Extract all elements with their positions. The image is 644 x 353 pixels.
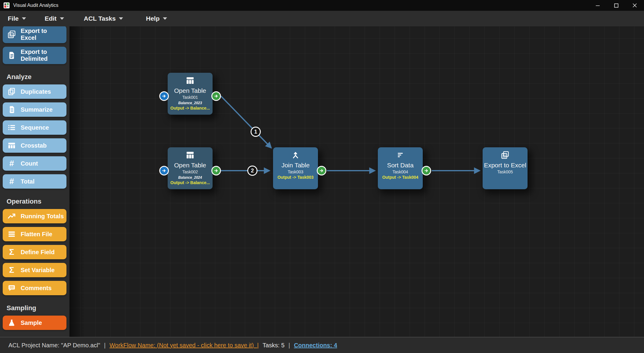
connection-order-badge[interactable]: 2 [247,166,257,176]
statusbar-separator: | [288,342,290,349]
sidebar-button-label: Define Field [21,249,54,256]
close-icon [632,3,637,8]
menu-edit[interactable]: Edit [45,15,64,22]
sidebar-button-label: Set Variable [21,267,54,274]
output-port[interactable] [422,166,431,175]
comment-bubble-icon [7,284,16,293]
sidebar-button-crosstab[interactable]: Crosstab [3,138,66,153]
node-task004-sort-data[interactable]: Sort Data Task004 Output -> Task004 [378,147,423,189]
chevron-down-icon [163,17,167,20]
duplicates-icon [7,87,16,96]
sidebar-button-label: Sequence [21,124,49,131]
node-task003-join-table[interactable]: Join Table Task003 Output -> Task003 [273,147,318,189]
workflow-name-link[interactable]: WorkFlow Name: (Not yet saved - click he… [110,342,259,349]
node-task-id: Task003 [273,169,318,174]
chevron-down-icon [22,17,26,20]
sidebar-section-sampling: Sampling [7,304,69,312]
output-port[interactable] [317,166,326,175]
connection-wires [69,26,644,337]
arrow-right-icon [162,169,166,173]
menu-acl-tasks[interactable]: ACL Tasks [84,15,123,22]
crosstab-table-icon [7,141,16,150]
node-title: Open Table [168,87,213,94]
project-name-label: ACL Project Name: "AP Demo.acl" [8,342,100,349]
arrow-right-icon [424,169,428,173]
output-port[interactable] [211,91,221,101]
sidebar-button-label: Export to Delimited [21,49,64,62]
sigma-icon: Σ [7,266,16,275]
node-task-id: Task001 [168,95,213,100]
delimited-file-icon [7,51,16,60]
maximize-icon [614,3,619,8]
node-task001-open-table[interactable]: Open Table Task001 Balance_2023 Output -… [168,73,213,115]
node-output-label: Output -> Balance... [168,180,213,185]
chevron-down-icon [60,17,64,20]
sidebar-button-export-to-excel[interactable]: Export to Excel [3,26,66,43]
minimize-button[interactable] [588,0,607,11]
close-button[interactable] [625,0,644,11]
node-output-label: Output -> Task004 [378,175,423,180]
sidebar-button-sequence[interactable]: Sequence [3,120,66,135]
sidebar-button-summarize[interactable]: Summarize [3,102,66,117]
menu-help[interactable]: Help [146,15,167,22]
node-source-table: Balance_2024 [168,175,213,180]
node-output-label: Output -> Task003 [273,175,318,180]
arrow-right-icon [214,169,218,173]
sidebar-button-label: Running Totals [21,213,64,220]
node-task002-open-table[interactable]: Open Table Task002 Balance_2024 Output -… [168,147,213,189]
chevron-down-icon [119,17,123,20]
menu-acl-tasks-label: ACL Tasks [84,15,116,22]
flatten-bars-icon [7,230,16,239]
node-task-id: Task005 [483,169,528,174]
sidebar-button-label: Total [21,178,34,185]
sidebar-button-running-totals[interactable]: Running Totals [3,209,66,223]
sidebar-button-label: Duplicates [21,88,51,95]
app-logo-icon [4,2,10,8]
sidebar-button-count[interactable]: # Count [3,156,66,171]
node-task005-export-to-excel[interactable]: Export to Excel Task005 [483,147,528,189]
sidebar-button-comments[interactable]: Comments [3,281,66,295]
window-title: Visual Audit Analytics [13,3,58,8]
node-title: Sort Data [378,162,423,169]
tasks-count-label: Tasks: 5 [263,342,284,349]
sidebar-button-total[interactable]: # Total [3,174,66,189]
sidebar-button-label: Export to Excel [21,28,64,41]
menu-file-label: File [8,15,19,22]
minimize-icon [595,3,600,8]
input-port[interactable] [159,91,169,101]
node-title: Join Table [273,162,318,169]
sidebar-button-export-to-delimited[interactable]: Export to Delimited [3,47,66,64]
spreadsheet-copy-icon [483,151,528,159]
hash-icon: # [7,159,16,168]
table-icon [168,151,213,159]
node-title: Open Table [168,162,213,169]
menu-file[interactable]: File [8,15,26,22]
sidebar-button-sample[interactable]: Sample [3,316,66,330]
sidebar-button-duplicates[interactable]: Duplicates [3,84,66,99]
merge-icon [273,151,318,159]
connection-order-badge[interactable]: 1 [251,127,261,137]
menu-edit-label: Edit [45,15,57,22]
statusbar-separator: | [104,342,106,349]
input-port[interactable] [159,166,169,175]
connection-task001-task003[interactable] [221,96,271,148]
arrow-right-icon [214,94,218,98]
table-icon [168,76,213,85]
maximize-button[interactable] [607,0,625,11]
node-output-label: Output -> Balance... [168,106,213,110]
workflow-canvas[interactable]: 1 2 Open Table Task001 Balance_2023 Outp… [69,26,644,337]
sidebar-button-define-field[interactable]: Σ Define Field [3,245,66,259]
sidebar: Export to Excel Export to Delimited Anal… [0,26,69,337]
sidebar-button-set-variable[interactable]: Σ Set Variable [3,263,66,277]
node-task-id: Task002 [168,169,213,174]
trending-up-icon [7,212,16,221]
hash-icon: # [7,177,16,186]
sidebar-button-flatten-file[interactable]: Flatten File [3,227,66,241]
sidebar-section-operations: Operations [7,198,69,205]
sequence-list-icon [7,123,16,132]
node-title: Export to Excel [483,162,528,169]
sidebar-button-label: Comments [21,285,51,292]
connections-count-link[interactable]: Connections: 4 [294,342,337,349]
output-port[interactable] [211,166,221,175]
flask-icon [7,318,16,327]
